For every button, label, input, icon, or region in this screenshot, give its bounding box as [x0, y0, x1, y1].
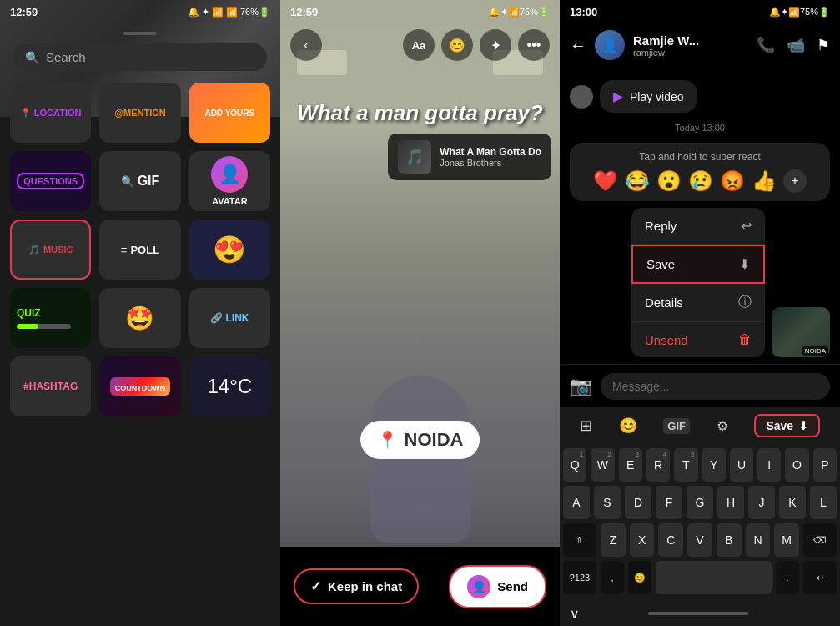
key-space[interactable] — [656, 561, 772, 594]
key-h[interactable]: H — [717, 486, 744, 519]
sticker-countdown[interactable]: COUNTDOWN — [99, 356, 180, 416]
more-emoji-btn[interactable]: + — [783, 169, 807, 193]
sticker-temp[interactable]: 14°C — [189, 356, 270, 416]
emoji-laugh[interactable]: 😂 — [625, 169, 650, 193]
key-f[interactable]: F — [656, 486, 682, 519]
key-e[interactable]: E3 — [619, 448, 642, 482]
sticker-hashtag[interactable]: #HASHTAG — [10, 356, 91, 416]
key-w[interactable]: W2 — [591, 448, 614, 482]
back-story-btn[interactable]: ‹ — [290, 29, 322, 61]
key-j[interactable]: J — [748, 486, 775, 519]
key-emoji[interactable]: 😊 — [628, 561, 651, 594]
menu-save[interactable]: Save ⬇ — [631, 245, 765, 284]
emoji-tool-btn[interactable]: 😊 — [441, 29, 473, 61]
menu-unsend[interactable]: Unsend 🗑 — [631, 322, 765, 357]
sticker-emoji-love[interactable]: 😍 — [189, 220, 270, 280]
key-num[interactable]: ?123 — [563, 561, 596, 594]
sticker-avatar[interactable]: 👤 AVATAR — [189, 151, 270, 211]
status-bar-1: 12:59 🔔 ✦ 📶 📶 76%🔋 — [0, 0, 280, 23]
play-video-bubble[interactable]: ▶ Play video — [600, 80, 697, 113]
key-d[interactable]: D — [625, 486, 651, 519]
drag-handle[interactable] — [123, 32, 157, 35]
sticker-emoji-star[interactable]: 🤩 — [99, 288, 180, 348]
save-icon: ⬇ — [739, 256, 750, 272]
sticker-poll[interactable]: ≡ POLL — [99, 220, 180, 280]
text-tool-btn[interactable]: Aa — [403, 29, 435, 61]
key-delete[interactable]: ⌫ — [803, 523, 837, 557]
status-icons-1: 🔔 ✦ 📶 📶 76%🔋 — [188, 7, 270, 18]
key-z[interactable]: Z — [601, 523, 626, 557]
key-l[interactable]: L — [810, 486, 837, 519]
key-g[interactable]: G — [687, 486, 713, 519]
sticker-kb-icon[interactable]: 😊 — [619, 416, 637, 435]
emoji-heart[interactable]: ❤️ — [593, 169, 618, 193]
chevron-down-icon[interactable]: ∨ — [570, 606, 580, 622]
emoji-angry[interactable]: 😡 — [720, 169, 745, 193]
key-period[interactable]: . — [776, 561, 799, 594]
emoji-thumb[interactable]: 👍 — [752, 169, 777, 193]
emoji-wow[interactable]: 😮 — [656, 169, 682, 193]
sticker-mention[interactable]: @MENTION — [99, 83, 180, 143]
key-i[interactable]: I — [757, 448, 781, 482]
sparkle-tool-btn[interactable]: ✦ — [480, 29, 511, 61]
menu-details[interactable]: Details ⓘ — [631, 284, 765, 322]
key-p[interactable]: P — [813, 448, 837, 482]
settings-icon[interactable]: ⚙ — [717, 418, 728, 434]
chat-input-area: 📷 Message... — [560, 364, 840, 407]
key-enter[interactable]: ↵ — [803, 561, 837, 594]
save-action-btn[interactable]: Save ⬇ — [754, 414, 820, 437]
sticker-quiz[interactable]: QUIZ — [10, 288, 91, 348]
contact-avatar[interactable]: 👤 — [595, 30, 625, 60]
key-o[interactable]: O — [785, 448, 808, 482]
key-y[interactable]: Y — [702, 448, 726, 482]
story-thumbnail[interactable]: NOIDA — [772, 307, 830, 357]
emoji-cry[interactable]: 😢 — [688, 169, 713, 193]
keep-in-chat-btn[interactable]: ✓ Keep in chat — [294, 568, 419, 604]
search-bar[interactable]: 🔍 Search — [13, 43, 267, 71]
key-k[interactable]: K — [779, 486, 806, 519]
menu-reply[interactable]: Reply ↩ — [631, 208, 765, 245]
key-r[interactable]: R4 — [646, 448, 670, 482]
time-1: 12:59 — [10, 6, 38, 18]
key-b[interactable]: B — [717, 523, 742, 557]
key-q[interactable]: Q1 — [563, 448, 586, 482]
key-u[interactable]: U — [730, 448, 753, 482]
story-panel: 12:59 🔔✦📶75%🔋 ‹ Aa 😊 ✦ ••• What a man go… — [280, 0, 560, 626]
sticker-gif[interactable]: 🔍 GIF — [99, 151, 180, 211]
send-btn[interactable]: 👤 Send — [449, 565, 546, 608]
phone-icon[interactable]: 📞 — [757, 36, 775, 54]
apps-icon[interactable]: ⊞ — [580, 416, 592, 435]
back-chat-btn[interactable]: ← — [570, 36, 586, 55]
flag-icon[interactable]: ⚑ — [817, 36, 830, 54]
key-shift[interactable]: ⇧ — [563, 523, 596, 557]
key-v[interactable]: V — [687, 523, 712, 557]
play-icon: ▶ — [613, 88, 623, 104]
key-row-1: Q1 W2 E3 R4 T5 Y U I O P — [560, 444, 840, 482]
sticker-link[interactable]: 🔗 LINK — [189, 288, 270, 348]
key-x[interactable]: X — [630, 523, 655, 557]
key-s[interactable]: S — [594, 486, 621, 519]
more-tool-btn[interactable]: ••• — [518, 29, 550, 61]
unsend-icon: 🗑 — [738, 332, 752, 347]
avatar-icon: 👤 — [211, 156, 248, 193]
key-n[interactable]: N — [746, 523, 771, 557]
key-c[interactable]: C — [658, 523, 683, 557]
sticker-addyours[interactable]: ADD YOURS — [189, 83, 270, 143]
key-t[interactable]: T5 — [674, 448, 697, 482]
sticker-questions[interactable]: QUESTIONS — [10, 151, 91, 211]
message-input[interactable]: Message... — [601, 373, 830, 400]
gif-btn[interactable]: GIF — [663, 418, 690, 434]
sticker-grid: 📍 LOCATION @MENTION ADD YOURS QUESTIONS … — [0, 83, 280, 416]
key-a[interactable]: A — [563, 486, 590, 519]
video-icon[interactable]: 📹 — [787, 36, 805, 54]
sender-avatar — [570, 85, 593, 109]
search-placeholder: Search — [46, 50, 86, 64]
keyboard: Q1 W2 E3 R4 T5 Y U I O P A S D F G H J K… — [560, 444, 840, 601]
key-m[interactable]: M — [774, 523, 799, 557]
key-comma[interactable]: , — [601, 561, 624, 594]
emoji-row: ❤️ 😂 😮 😢 😡 👍 + — [581, 169, 818, 193]
camera-btn[interactable]: 📷 — [570, 376, 592, 397]
sticker-music[interactable]: 🎵 MUSIC — [10, 220, 91, 280]
sticker-location[interactable]: 📍 LOCATION — [10, 83, 91, 143]
keyboard-toolbar: ⊞ 😊 GIF ⚙ Save ⬇ — [560, 407, 840, 444]
